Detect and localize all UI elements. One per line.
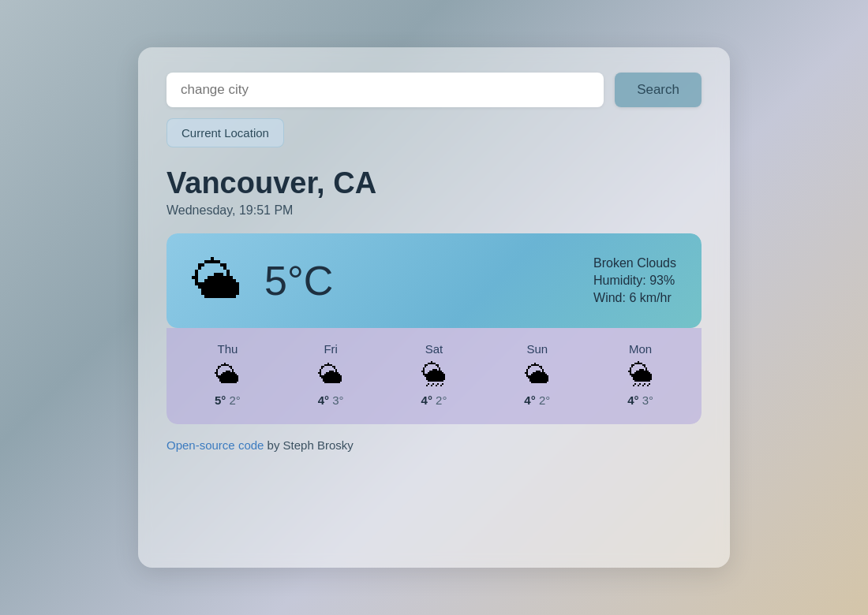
forecast-icon: 🌥 — [318, 362, 343, 387]
humidity-label: Humidity: 93% — [593, 274, 676, 288]
forecast-day: Mon 🌦 4° 3° — [627, 342, 653, 407]
forecast-hi: 4° — [421, 393, 432, 407]
forecast-day-label: Mon — [629, 342, 652, 356]
forecast-day: Sat 🌦 4° 2° — [421, 342, 447, 407]
weather-card-wrap: 🌥 5°C Broken Clouds Humidity: 93% Wind: … — [166, 233, 702, 424]
forecast-temps: 4° 3° — [318, 393, 344, 407]
forecast-day-label: Thu — [217, 342, 238, 356]
forecast-hi: 5° — [215, 393, 226, 407]
search-button[interactable]: Search — [615, 73, 702, 107]
forecast-lo: 2° — [436, 393, 447, 407]
forecast-icon: 🌥 — [215, 362, 240, 387]
open-source-link[interactable]: Open-source code — [166, 438, 264, 452]
forecast-temps: 4° 3° — [627, 393, 653, 407]
condition-label: Broken Clouds — [593, 256, 676, 270]
forecast-icon: 🌦 — [628, 362, 653, 387]
forecast-day: Fri 🌥 4° 3° — [318, 342, 344, 407]
forecast-temps: 4° 2° — [524, 393, 550, 407]
forecast-icon: 🌥 — [525, 362, 550, 387]
forecast-day-label: Sun — [526, 342, 548, 356]
forecast-hi: 4° — [318, 393, 329, 407]
city-name: Vancouver, CA — [166, 166, 702, 200]
weather-details: Broken Clouds Humidity: 93% Wind: 6 km/h… — [593, 256, 676, 305]
forecast-lo: 2° — [539, 393, 550, 407]
forecast-temps: 4° 2° — [421, 393, 447, 407]
forecast-lo: 3° — [642, 393, 653, 407]
forecast-day-label: Fri — [324, 342, 338, 356]
forecast-lo: 3° — [332, 393, 343, 407]
current-location-button[interactable]: Current Location — [166, 118, 284, 147]
forecast-lo: 2° — [229, 393, 240, 407]
forecast-day: Thu 🌥 5° 2° — [215, 342, 241, 407]
forecast-hi: 4° — [627, 393, 638, 407]
search-row: Search — [166, 73, 702, 107]
forecast-row: Thu 🌥 5° 2° Fri 🌥 4° 3° Sat 🌦 4° 2° Sun … — [166, 328, 702, 424]
current-weather-panel: 🌥 5°C Broken Clouds Humidity: 93% Wind: … — [166, 233, 702, 328]
forecast-hi: 4° — [524, 393, 535, 407]
forecast-temps: 5° 2° — [215, 393, 241, 407]
search-input[interactable] — [166, 73, 604, 107]
current-weather-icon: 🌥 — [192, 255, 242, 306]
footer-suffix: by Steph Brosky — [264, 438, 353, 452]
current-temp: 5°C — [264, 257, 333, 304]
date-time: Wednesday, 19:51 PM — [166, 203, 702, 218]
weather-card: Search Current Location Vancouver, CA We… — [138, 47, 730, 568]
forecast-icon: 🌦 — [421, 362, 447, 387]
forecast-day-label: Sat — [425, 342, 443, 356]
wind-label: Wind: 6 km/hr — [593, 291, 676, 305]
forecast-day: Sun 🌥 4° 2° — [524, 342, 550, 407]
footer: Open-source code by Steph Brosky — [166, 438, 702, 452]
